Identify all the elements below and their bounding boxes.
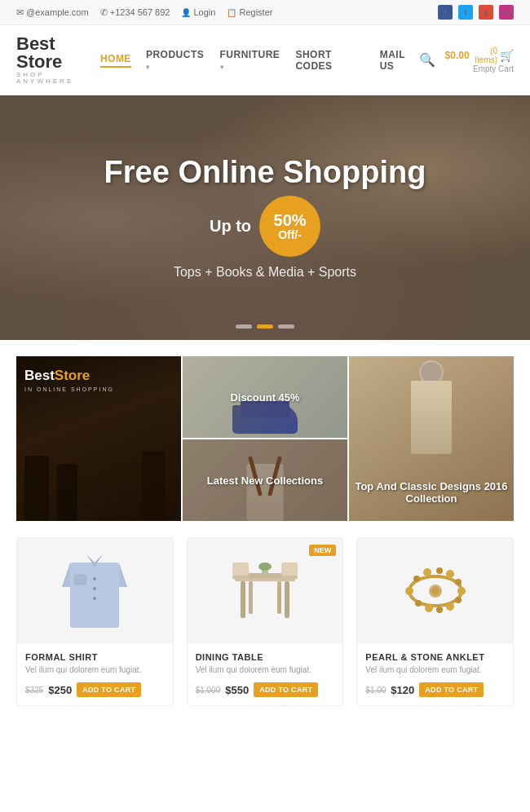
- products-arrow-icon: ▾: [146, 64, 150, 71]
- logo: Best Store SHOP ANYWHERE: [16, 35, 100, 85]
- featured-cell-latest[interactable]: Latest New Collections: [183, 439, 347, 521]
- product-pricing-shirt: $325 $250 ADD TO CART: [25, 682, 165, 697]
- twitter-icon[interactable]: t: [458, 5, 473, 20]
- classic-label-area: Top And Classic Designs 2016 Collection: [349, 356, 514, 521]
- social-links: f t g in: [438, 5, 514, 20]
- login-link[interactable]: 👤 Login: [181, 7, 215, 17]
- svg-rect-0: [70, 563, 119, 628]
- nav-home[interactable]: HOME: [100, 53, 131, 68]
- instagram-icon[interactable]: in: [499, 5, 514, 20]
- dot-2[interactable]: [257, 324, 273, 329]
- anklet-illustration: [399, 546, 472, 636]
- cart-icon: 🛒: [500, 49, 514, 62]
- latest-overlay: Latest New Collections: [183, 439, 347, 521]
- product-pricing-table: $1,000 $550 ADD TO CART: [196, 682, 335, 697]
- svg-point-31: [425, 604, 433, 612]
- add-to-cart-table[interactable]: ADD TO CART: [254, 682, 318, 697]
- search-button[interactable]: 🔍: [419, 52, 435, 68]
- latest-label: Latest New Collections: [203, 470, 327, 491]
- table-illustration: [228, 546, 302, 636]
- featured-cell-classic[interactable]: Top And Classic Designs 2016 Collection: [349, 356, 514, 521]
- discount-overlay: Discount 45%: [183, 356, 347, 438]
- discount-label: Discount 45%: [230, 391, 299, 404]
- add-to-cart-anklet[interactable]: ADD TO CART: [419, 682, 484, 697]
- hero-discount-badge: 50% Off/-: [259, 196, 320, 257]
- svg-point-3: [93, 587, 96, 590]
- svg-point-4: [93, 597, 96, 600]
- nav-products[interactable]: PRODUCTS ▾: [146, 49, 205, 72]
- hero-offer-row: Up to 50% Off/-: [104, 196, 426, 257]
- cart-price: $0.00: [445, 50, 470, 61]
- googleplus-icon[interactable]: g: [479, 5, 493, 20]
- product-card-anklet: PEARL & STONE ANKLET Vel ilum qui dolore…: [356, 537, 514, 706]
- header: Best Store SHOP ANYWHERE HOME PRODUCTS ▾…: [0, 25, 530, 95]
- svg-rect-13: [277, 581, 281, 614]
- shirt-illustration: [58, 546, 131, 636]
- svg-point-21: [405, 587, 413, 595]
- svg-rect-12: [249, 581, 253, 614]
- product-name-table: DINING TABLE: [196, 652, 335, 662]
- product-desc-shirt: Vel ilum qui dolorem eum fugiat.: [25, 664, 165, 676]
- svg-rect-14: [232, 563, 249, 576]
- logo-sub-text: SHOP ANYWHERE: [16, 72, 100, 85]
- svg-rect-11: [285, 581, 289, 618]
- classic-label: Top And Classic Designs 2016 Collection: [349, 476, 514, 509]
- svg-point-26: [455, 579, 462, 585]
- hero-subtitle: Tops + Books & Media + Sports: [104, 265, 426, 280]
- product-image-anklet: [357, 538, 513, 644]
- product-card-table: New: [187, 537, 344, 706]
- facebook-icon[interactable]: f: [438, 5, 453, 20]
- featured-grid: BestStore IN ONLINE SHOPPING Discount 45…: [16, 356, 514, 521]
- featured-cell-discount[interactable]: Discount 45%: [183, 356, 347, 438]
- cart-items: (0 Items): [472, 46, 497, 64]
- product-desc-anklet: Vel ilum qui dolorem eum fugiat.: [365, 664, 505, 676]
- add-to-cart-shirt[interactable]: ADD TO CART: [77, 682, 141, 697]
- register-link[interactable]: 📋 Register: [227, 7, 272, 17]
- nav-furniture[interactable]: FURNITURE ▾: [220, 49, 281, 72]
- logo-main-text: Best Store: [16, 35, 100, 71]
- dot-3[interactable]: [278, 324, 294, 329]
- svg-point-27: [457, 587, 466, 595]
- price-new-anklet: $120: [391, 684, 414, 696]
- featured-cell-best-store[interactable]: BestStore IN ONLINE SHOPPING: [16, 356, 181, 521]
- svg-point-24: [436, 567, 443, 574]
- hero-badge-pct: 50%: [274, 211, 307, 229]
- hero-dots: [236, 324, 294, 329]
- dot-1[interactable]: [236, 324, 252, 329]
- best-store-label: BestStore IN ONLINE SHOPPING: [16, 356, 181, 404]
- best-store-subtitle: IN ONLINE SHOPPING: [24, 386, 173, 392]
- main-nav: HOME PRODUCTS ▾ FURNITURE ▾ SHORT CODES …: [100, 49, 419, 72]
- product-pricing-anklet: $1,00 $120 ADD TO CART: [365, 682, 505, 697]
- product-info-anklet: PEARL & STONE ANKLET Vel ilum qui dolore…: [357, 644, 513, 705]
- product-name-anklet: PEARL & STONE ANKLET: [365, 652, 505, 662]
- price-new-table: $550: [225, 684, 249, 696]
- product-info-shirt: FORMAL SHIRT Vel ilum qui dolorem eum fu…: [17, 644, 173, 705]
- svg-point-19: [258, 563, 272, 571]
- product-name-shirt: FORMAL SHIRT: [25, 652, 165, 662]
- svg-point-30: [436, 607, 443, 613]
- svg-marker-6: [119, 563, 127, 587]
- price-old-anklet: $1,00: [365, 686, 386, 695]
- best-store-name: BestStore: [24, 368, 173, 384]
- featured-section: BestStore IN ONLINE SHOPPING Discount 45…: [0, 340, 530, 529]
- cart-label: Empty Cart: [445, 64, 514, 73]
- hero-badge-off: Off/-: [278, 229, 302, 241]
- price-old-table: $1,000: [196, 686, 221, 695]
- product-info-table: DINING TABLE Vel ilum qui dolorem eum fu…: [188, 644, 343, 705]
- nav-shortcodes[interactable]: SHORT CODES: [295, 49, 364, 72]
- products-grid: FORMAL SHIRT Vel ilum qui dolorem eum fu…: [16, 537, 514, 706]
- header-right: 🔍 $0.00 (0 Items) 🛒 Empty Cart: [419, 46, 514, 73]
- hero-title: Free Online Shopping: [104, 156, 426, 190]
- svg-point-32: [415, 600, 422, 607]
- svg-rect-7: [74, 575, 86, 585]
- price-old-shirt: $325: [25, 686, 43, 695]
- svg-rect-16: [281, 563, 298, 576]
- product-desc-table: Vel ilum qui dolorem eum fugiat.: [196, 664, 335, 676]
- nav-mail[interactable]: MAIL US: [380, 49, 419, 72]
- email-contact: ✉ @example.com: [16, 7, 89, 18]
- svg-rect-10: [241, 581, 245, 618]
- cart-info[interactable]: $0.00 (0 Items) 🛒 Empty Cart: [445, 46, 514, 73]
- svg-point-23: [423, 568, 431, 576]
- hero-content: Free Online Shopping Up to 50% Off/- Top…: [104, 156, 426, 280]
- furniture-arrow-icon: ▾: [220, 64, 224, 71]
